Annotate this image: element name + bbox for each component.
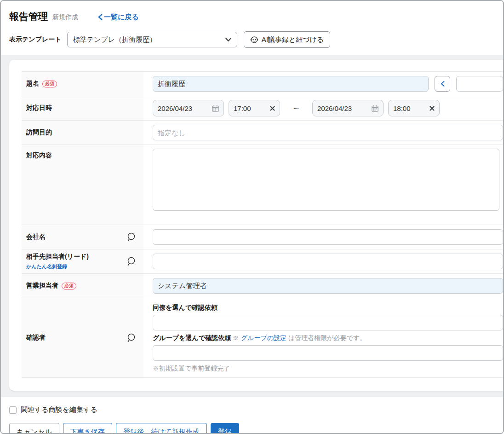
calendar-icon[interactable]: [212, 105, 219, 112]
group-request-heading: グループを選んで確認依頼: [153, 334, 231, 341]
purpose-input[interactable]: [153, 125, 503, 140]
title-input[interactable]: [153, 76, 429, 92]
start-time-input[interactable]: 17:00: [229, 100, 280, 116]
edit-related-deal-label: 関連する商談を編集する: [21, 405, 97, 414]
company-label: 会社名: [26, 233, 46, 241]
lead-input[interactable]: [153, 254, 503, 269]
company-search-button[interactable]: [125, 231, 137, 243]
content-area: 題名 必須: [1, 55, 503, 397]
group-note-tail: は管理者権限が必要です。: [288, 334, 366, 341]
footer: 関連する商談を編集する キャンセル 下書き保存 登録後、続けて新規作成 登録: [1, 397, 503, 434]
sales-input[interactable]: [153, 278, 503, 294]
back-link-label: 一覧に戻る: [104, 13, 139, 22]
ai-minutes-link-button[interactable]: AI議事録と紐づける: [244, 31, 331, 48]
form-card: 題名 必須: [9, 60, 503, 391]
page-title: 報告管理: [9, 10, 48, 23]
chevron-left-icon: [97, 14, 103, 20]
page-subtitle: 新規作成: [52, 13, 78, 22]
group-reviewer-input[interactable]: [153, 345, 503, 361]
start-date-value: 2026/04/23: [158, 104, 192, 112]
ai-button-label: AI議事録と紐づける: [262, 35, 324, 44]
colleague-reviewer-input[interactable]: [153, 315, 503, 330]
required-badge: 必須: [42, 81, 57, 87]
end-date-input[interactable]: 2026/04/23: [312, 100, 384, 116]
row-datetime: 対応日時 2026/04/23 17:00: [22, 96, 503, 120]
end-time-value: 18:00: [393, 104, 411, 112]
calendar-icon[interactable]: [372, 105, 378, 112]
chevron-down-icon: [225, 38, 231, 42]
end-time-input[interactable]: 18:00: [388, 100, 440, 116]
lead-search-button[interactable]: [125, 255, 137, 267]
title-extra-input[interactable]: [456, 76, 503, 92]
template-select[interactable]: 標準テンプレ（折衝履歴）: [67, 32, 237, 47]
end-date-value: 2026/04/23: [317, 104, 352, 112]
purpose-label: 訪問目的: [26, 128, 52, 137]
sales-label: 営業担当者: [26, 282, 58, 290]
lead-label: 相手先担当者(リード): [26, 253, 89, 261]
company-input[interactable]: [153, 229, 503, 245]
group-note-mark: ※: [233, 334, 239, 341]
row-lead: 相手先担当者(リード) かんたん名刺登録: [22, 249, 503, 273]
colleague-request-heading: 同僚を選んで確認依頼: [153, 304, 503, 312]
clear-icon[interactable]: [270, 106, 275, 111]
save-draft-button[interactable]: 下書き保存: [63, 423, 112, 434]
start-date-input[interactable]: 2026/04/23: [153, 100, 224, 116]
template-label: 表示テンプレート: [9, 35, 62, 44]
register-and-continue-button[interactable]: 登録後、続けて新規作成: [116, 423, 207, 434]
content-label: 対応内容: [26, 151, 52, 160]
reviewer-search-button[interactable]: [125, 332, 137, 344]
search-icon: [126, 256, 136, 266]
datetime-separator: ～: [292, 103, 300, 114]
required-badge: 必須: [62, 283, 76, 289]
register-button[interactable]: 登録: [211, 423, 239, 434]
start-time-value: 17:00: [234, 104, 251, 112]
back-to-list-link[interactable]: 一覧に戻る: [97, 13, 139, 22]
row-content-field: 対応内容: [22, 145, 503, 225]
row-reviewer: 確認者 同僚を選んで確認依頼 グループを選んで確認依頼 ※: [22, 298, 503, 377]
robot-icon: [250, 35, 258, 44]
reviewer-bottom-note: ※初期設置で事前登録完了: [153, 365, 503, 373]
search-icon: [126, 232, 136, 242]
template-select-value: 標準テンプレ（折衝履歴）: [73, 35, 156, 44]
edit-related-deal-checkbox[interactable]: [9, 406, 17, 414]
cancel-button[interactable]: キャンセル: [9, 423, 59, 434]
row-company: 会社名: [22, 225, 503, 249]
title-label: 題名: [26, 80, 39, 88]
reviewer-label: 確認者: [26, 334, 46, 342]
title-prev-button[interactable]: [435, 76, 450, 92]
row-title: 題名 必須: [22, 71, 503, 96]
topbar: 報告管理 新規作成 一覧に戻る 表示テンプレート 標準テンプレ（折衝履歴）: [1, 1, 503, 55]
row-sales: 営業担当者 必須: [22, 273, 503, 298]
search-icon: [126, 333, 136, 343]
clear-icon[interactable]: [430, 106, 435, 111]
datetime-label: 対応日時: [26, 104, 52, 112]
chevron-left-icon: [441, 81, 445, 87]
app-window: 報告管理 新規作成 一覧に戻る 表示テンプレート 標準テンプレ（折衝履歴）: [0, 0, 504, 434]
group-settings-link[interactable]: グループの設定: [241, 334, 286, 341]
row-purpose: 訪問目的: [22, 120, 503, 145]
content-textarea[interactable]: [153, 149, 499, 211]
